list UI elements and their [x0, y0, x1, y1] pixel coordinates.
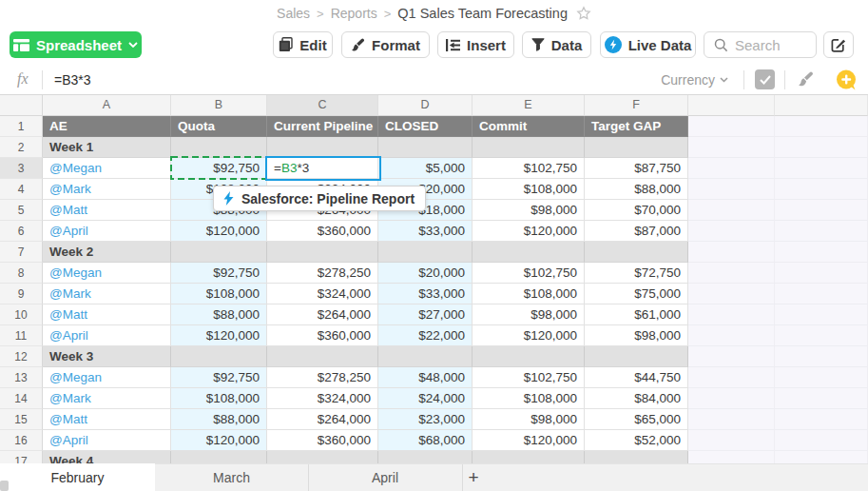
grid-corner[interactable] — [0, 95, 43, 116]
row-header-9[interactable]: 9 — [0, 284, 43, 304]
spreadsheet-menu-button[interactable]: Spreadsheet — [10, 31, 142, 58]
row-header-7[interactable]: 7 — [0, 242, 43, 263]
cell-F16[interactable]: $52,000 — [585, 430, 688, 451]
cell-F6[interactable]: $87,000 — [585, 221, 688, 242]
comment-add-badge[interactable] — [835, 69, 858, 95]
cell-empty[interactable] — [775, 451, 868, 463]
cell-E4[interactable]: $108,000 — [473, 179, 585, 200]
cell-E9[interactable]: $108,000 — [473, 284, 585, 304]
cell-C9[interactable]: $324,000 — [267, 284, 378, 304]
cell-E7[interactable] — [473, 242, 585, 263]
checkbox-format-icon[interactable] — [755, 69, 775, 89]
edit-button[interactable]: Edit — [273, 31, 333, 58]
cell-F7[interactable] — [585, 242, 688, 263]
cell-E3[interactable]: $102,750 — [473, 158, 585, 179]
cell-F14[interactable]: $84,000 — [585, 388, 688, 409]
cell-C11[interactable]: $360,000 — [267, 325, 378, 346]
cell-C1[interactable]: Current Pipeline — [267, 116, 378, 137]
row-header-13[interactable]: 13 — [0, 367, 43, 388]
cell-empty[interactable] — [775, 346, 868, 367]
cell-B10[interactable]: $88,000 — [171, 304, 267, 325]
cell-empty[interactable] — [775, 304, 868, 325]
cell-D16[interactable]: $68,000 — [378, 430, 473, 451]
cell-D1[interactable]: CLOSED — [378, 116, 473, 137]
cell-F3[interactable]: $87,750 — [585, 158, 688, 179]
format-button[interactable]: Format — [341, 31, 430, 58]
cell-D2[interactable] — [378, 137, 473, 158]
cell-D13[interactable]: $48,000 — [378, 367, 473, 388]
cell-E8[interactable]: $102,750 — [473, 263, 585, 284]
cell-D6[interactable]: $33,000 — [378, 221, 473, 242]
cell-empty[interactable] — [688, 325, 775, 346]
cell-empty[interactable] — [775, 409, 868, 430]
compose-button[interactable] — [823, 31, 854, 58]
cell-C14[interactable]: $324,000 — [267, 388, 378, 409]
row-header-1[interactable]: 1 — [0, 116, 43, 137]
cell-empty[interactable] — [775, 430, 868, 451]
cell-B11[interactable]: $120,000 — [171, 325, 267, 346]
formula-input[interactable]: =B3*3 — [54, 72, 91, 88]
row-header-6[interactable]: 6 — [0, 221, 43, 242]
paint-brush-icon[interactable] — [798, 71, 814, 91]
breadcrumb-sales[interactable]: Sales — [277, 6, 310, 21]
cell-E16[interactable]: $120,000 — [473, 430, 585, 451]
cell-E5[interactable]: $98,000 — [473, 200, 585, 221]
cell-F12[interactable] — [585, 346, 688, 367]
tab-february[interactable]: February — [0, 463, 155, 491]
cell-A10[interactable]: @Matt — [43, 304, 171, 325]
cell-F8[interactable]: $72,750 — [585, 263, 688, 284]
cell-B7[interactable] — [171, 242, 267, 263]
cell-E2[interactable] — [473, 137, 585, 158]
cell-F1[interactable]: Target GAP — [585, 116, 688, 137]
cell-E11[interactable]: $120,000 — [473, 325, 585, 346]
cell-empty[interactable] — [688, 284, 775, 304]
cell-A1[interactable]: AE — [43, 116, 171, 137]
column-header-A[interactable]: A — [43, 95, 171, 116]
cell-A7[interactable]: Week 2 — [43, 242, 171, 263]
cell-empty[interactable] — [775, 200, 868, 221]
row-header-12[interactable]: 12 — [0, 346, 43, 367]
cell-empty[interactable] — [775, 179, 868, 200]
breadcrumb-reports[interactable]: Reports — [331, 6, 377, 21]
cell-empty[interactable] — [688, 179, 775, 200]
cell-D9[interactable]: $33,000 — [378, 284, 473, 304]
cell-E12[interactable] — [473, 346, 585, 367]
row-header-15[interactable]: 15 — [0, 409, 43, 430]
cell-A9[interactable]: @Mark — [43, 284, 171, 304]
cell-empty[interactable] — [688, 158, 775, 179]
column-header-B[interactable]: B — [171, 95, 267, 116]
column-header-F[interactable]: F — [585, 95, 688, 116]
cell-empty[interactable] — [688, 409, 775, 430]
column-header-E[interactable]: E — [473, 95, 585, 116]
cell-D7[interactable] — [378, 242, 473, 263]
cell-B6[interactable]: $120,000 — [171, 221, 267, 242]
cell-B13[interactable]: $92,750 — [171, 367, 267, 388]
cell-C7[interactable] — [267, 242, 378, 263]
live-data-button[interactable]: Live Data — [600, 31, 696, 58]
row-header-8[interactable]: 8 — [0, 263, 43, 284]
row-header-14[interactable]: 14 — [0, 388, 43, 409]
cell-B14[interactable]: $108,000 — [171, 388, 267, 409]
cell-empty[interactable] — [688, 367, 775, 388]
cell-F13[interactable]: $44,750 — [585, 367, 688, 388]
cell-D17[interactable] — [378, 451, 473, 463]
cell-C10[interactable]: $264,000 — [267, 304, 378, 325]
cell-empty[interactable] — [688, 116, 775, 137]
cell-B17[interactable] — [171, 451, 267, 463]
cell-empty[interactable] — [775, 158, 868, 179]
cell-D14[interactable]: $24,000 — [378, 388, 473, 409]
cell-F2[interactable] — [585, 137, 688, 158]
cell-empty[interactable] — [688, 346, 775, 367]
cell-A17[interactable]: Week 4 — [43, 451, 171, 463]
cell-D11[interactable]: $22,000 — [378, 325, 473, 346]
cell-D15[interactable]: $23,000 — [378, 409, 473, 430]
cell-E15[interactable]: $98,000 — [473, 409, 585, 430]
cell-empty[interactable] — [775, 137, 868, 158]
cell-empty[interactable] — [775, 325, 868, 346]
cell-empty[interactable] — [775, 367, 868, 388]
cell-B2[interactable] — [171, 137, 267, 158]
row-header-11[interactable]: 11 — [0, 325, 43, 346]
cell-E13[interactable]: $102,750 — [473, 367, 585, 388]
cell-C16[interactable]: $360,000 — [267, 430, 378, 451]
cell-B8[interactable]: $92,750 — [171, 263, 267, 284]
